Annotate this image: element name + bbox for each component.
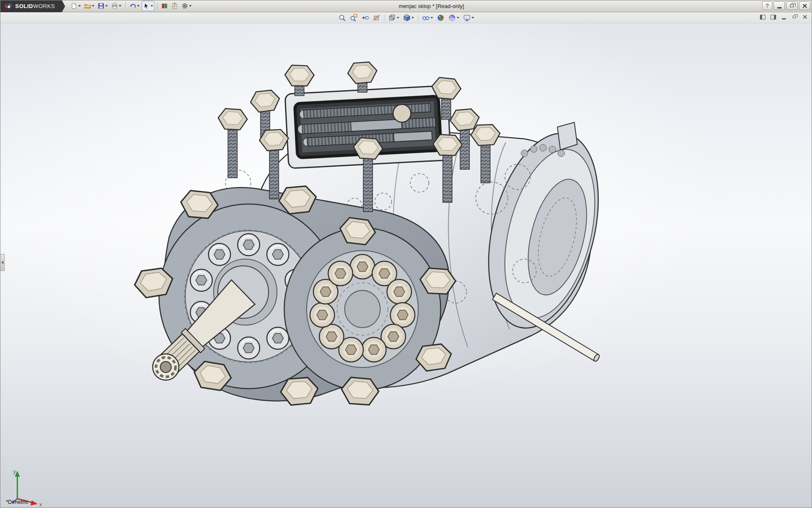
apply-scene-button[interactable] [447, 13, 461, 22]
save-floppy-icon [98, 3, 104, 9]
edit-appearance-button[interactable] [160, 1, 169, 11]
edit-appearance-icon [437, 14, 444, 22]
previous-view-button[interactable] [360, 13, 370, 22]
document-restore-button[interactable] [790, 14, 798, 20]
hide-show-dropdown-icon[interactable] [431, 17, 433, 19]
new-document-icon [71, 3, 77, 9]
hide-show-items-button[interactable] [421, 13, 434, 22]
select-tool-button[interactable] [142, 1, 154, 11]
restore-button[interactable] [786, 1, 798, 10]
file-properties-button[interactable] [170, 1, 179, 11]
print-button[interactable] [110, 1, 123, 11]
save-dropdown-arrow-icon[interactable] [105, 5, 108, 7]
featuremanager-toggle-button[interactable] [759, 14, 766, 20]
featuremanager-pane-icon [760, 15, 765, 19]
app-name: SOLIDWORKS [15, 3, 55, 9]
close-button[interactable] [799, 1, 810, 10]
help-button[interactable]: ? [762, 1, 772, 10]
open-document-button[interactable] [83, 1, 96, 11]
appearance-swatch-icon [161, 3, 168, 9]
undo-icon [129, 3, 136, 9]
3ds-logo-icon [4, 3, 13, 9]
open-folder-icon [84, 3, 91, 9]
properties-clipboard-icon [171, 3, 178, 9]
toolbar-separator [384, 14, 384, 21]
document-close-icon [803, 15, 807, 19]
save-button[interactable] [96, 1, 109, 11]
minimize-icon [777, 7, 782, 8]
toolbar-separator [125, 2, 126, 10]
featuremanager-flyout-handle[interactable] [0, 254, 5, 271]
section-view-icon [373, 14, 380, 22]
toolbar-separator [157, 2, 157, 10]
zoom-to-area-button[interactable] [348, 13, 359, 22]
new-dropdown-arrow-icon[interactable] [78, 5, 81, 7]
options-button[interactable] [180, 1, 193, 11]
options-gear-icon [181, 3, 188, 9]
headsup-toolbar-row [0, 12, 812, 23]
document-title: menjac sklop * [Read-only] [178, 3, 685, 9]
collapse-arrow-icon [1, 261, 3, 264]
edit-appearance-viewport-button[interactable] [436, 13, 446, 22]
view-settings-button[interactable] [462, 13, 475, 22]
previous-view-icon [361, 14, 369, 22]
toolbar-separator [418, 14, 418, 21]
view-orientation-dropdown-icon[interactable] [397, 17, 399, 19]
display-style-dropdown-icon[interactable] [411, 17, 414, 19]
print-dropdown-arrow-icon[interactable] [119, 5, 121, 7]
apply-scene-dropdown-icon[interactable] [457, 17, 459, 19]
titlebar: SOLIDWORKS [0, 0, 812, 12]
zoom-to-fit-button[interactable] [337, 13, 347, 22]
headsup-view-toolbar [337, 13, 475, 22]
triad-y-label: y [13, 468, 16, 475]
new-document-button[interactable] [69, 1, 82, 11]
view-orientation-label: *Dimetric [6, 499, 28, 505]
app-name-solid: SOLID [15, 3, 33, 9]
zoom-to-area-icon [350, 14, 357, 22]
document-restore-icon [793, 16, 796, 18]
options-dropdown-arrow-icon[interactable] [189, 5, 192, 7]
document-close-button[interactable] [801, 14, 809, 20]
window-controls: ? [762, 1, 810, 10]
undo-dropdown-arrow-icon[interactable] [137, 5, 140, 7]
taskpane-toggle-button[interactable] [769, 14, 777, 20]
app-name-works: WORKS [33, 3, 55, 9]
apply-scene-icon [448, 14, 456, 22]
display-style-icon [403, 14, 411, 22]
restore-icon [790, 4, 794, 7]
close-icon [802, 3, 807, 8]
minimize-button[interactable] [774, 1, 785, 10]
document-minimize-button[interactable] [780, 14, 787, 20]
display-style-button[interactable] [402, 13, 415, 22]
select-dropdown-arrow-icon[interactable] [151, 5, 153, 7]
document-window-controls [759, 14, 809, 20]
zoom-to-fit-icon [338, 14, 346, 22]
print-icon [111, 3, 118, 9]
taskpane-pane-icon [771, 15, 776, 19]
model-canvas[interactable] [0, 0, 812, 508]
main-toolbar [69, 1, 193, 11]
triad-x-label: x [39, 501, 42, 507]
select-cursor-icon [143, 3, 150, 9]
section-view-button[interactable] [371, 13, 381, 22]
logo-separator [62, 0, 65, 12]
undo-button[interactable] [128, 1, 141, 11]
graphics-viewport[interactable]: y x *Dimetric [0, 23, 812, 508]
view-settings-dropdown-icon[interactable] [472, 17, 474, 19]
right-flange-disc[interactable] [284, 228, 441, 390]
open-dropdown-arrow-icon[interactable] [92, 5, 94, 7]
view-settings-icon [463, 14, 471, 22]
solidworks-logo: SOLIDWORKS [0, 0, 62, 12]
view-orientation-button[interactable] [387, 13, 401, 22]
view-orientation-icon [388, 14, 396, 22]
document-minimize-icon [782, 18, 786, 19]
hide-show-items-icon [422, 14, 430, 22]
